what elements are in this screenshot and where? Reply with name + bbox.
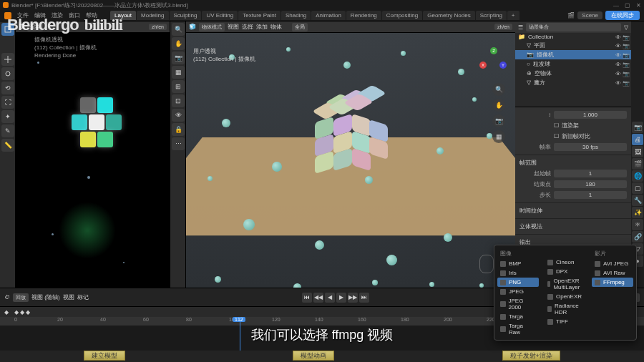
format-iris[interactable]: Iris xyxy=(497,268,539,278)
jump-end-icon[interactable]: ⏭ xyxy=(359,293,369,303)
camera-icon[interactable]: 📷 xyxy=(172,52,185,64)
render-tool-1[interactable] xyxy=(1,23,14,36)
close-button[interactable]: ✕ xyxy=(636,2,641,9)
format-openexr-multilayer[interactable]: OpenEXR MultiLayer xyxy=(545,276,586,292)
format-avi-jpeg[interactable]: AVI JPEG xyxy=(592,259,633,268)
workspace-tab-layout[interactable]: Layout xyxy=(110,11,136,20)
transform-tool-icon[interactable]: ✦ xyxy=(1,110,14,123)
format-avi-raw[interactable]: AVI Raw xyxy=(592,268,633,278)
outliner-search[interactable]: 场景集合 xyxy=(526,23,621,31)
nav-gizmo[interactable]: Z X Y xyxy=(479,47,508,76)
play-rev-icon[interactable]: ◀ xyxy=(325,293,335,303)
min-button[interactable]: — xyxy=(613,2,619,9)
toggle-icon[interactable]: ⊞ xyxy=(172,80,185,93)
render-viewport[interactable] xyxy=(16,33,170,288)
menu-window[interactable]: 窗口 xyxy=(69,11,80,19)
workspace-tab-geometry nodes[interactable]: Geometry Nodes xyxy=(423,11,474,20)
format-jpeg[interactable]: JPEG xyxy=(497,287,539,296)
viewport-3d[interactable]: 用户透视(112) Collection | 摄像机 Z X Y 🔍 ✋ 📷 ▦ xyxy=(186,33,515,288)
tab-viewlayer[interactable]: 🖼 xyxy=(632,146,643,157)
menu-help[interactable]: 帮助 xyxy=(86,11,97,19)
tree-item-摄像机[interactable]: 📷摄像机👁📷 xyxy=(515,50,631,59)
play-icon[interactable]: ▶ xyxy=(336,293,346,303)
scale-value[interactable]: 1.000 xyxy=(554,111,627,119)
vp-menu-object[interactable]: 物体 xyxy=(270,23,282,31)
format-tiff[interactable]: TIFF xyxy=(545,317,586,326)
workspace-tab-sculpting[interactable]: Sculpting xyxy=(170,11,202,20)
menu-render[interactable]: 渲染 xyxy=(52,11,63,19)
nav-pan-icon[interactable]: ✋ xyxy=(492,99,505,112)
outliner-icon[interactable]: ☰ xyxy=(518,24,523,31)
view-icon[interactable]: 👁 xyxy=(172,109,185,122)
tab-modifier[interactable]: 🔧 xyxy=(632,195,643,206)
tab-particle[interactable]: ✨ xyxy=(632,207,643,218)
ortho-icon[interactable]: ⊡ xyxy=(172,94,185,107)
annotate-tool-icon[interactable]: ✎ xyxy=(1,124,14,137)
mode-dropdown[interactable]: 物体模式 xyxy=(199,23,225,31)
lock-icon[interactable]: 🔒 xyxy=(172,123,185,136)
frame-step[interactable]: 1 xyxy=(554,191,627,199)
render-arch-check[interactable]: 渲染架 xyxy=(562,122,579,129)
tl-mk[interactable]: 视图 xyxy=(63,293,74,301)
vp-lang[interactable]: zh/en xyxy=(494,24,512,30)
vp-menu-view[interactable]: 视图 xyxy=(228,23,239,31)
editor-type-icon[interactable]: 🖼 xyxy=(19,24,24,30)
workspace-tab-+[interactable]: + xyxy=(507,11,519,20)
measure-tool-icon[interactable]: 📏 xyxy=(1,139,14,152)
scale-tool-icon[interactable]: ⛶ xyxy=(1,96,14,109)
format-bmp[interactable]: BMP xyxy=(497,259,539,268)
frame-start[interactable]: 1 xyxy=(554,170,627,177)
stereo-hdr[interactable]: 立体视法 xyxy=(519,221,627,232)
time-stretch-hdr[interactable]: 时间拉伸 xyxy=(519,205,627,216)
workspace-tab-shading[interactable]: Shading xyxy=(281,11,311,20)
global-dropdown[interactable]: 全局 xyxy=(292,23,308,31)
nav-camera-icon[interactable]: 📷 xyxy=(492,114,505,127)
format-png[interactable]: PNG xyxy=(497,278,539,287)
format-targa[interactable]: Targa xyxy=(497,312,539,321)
tab-scene[interactable]: 🎬 xyxy=(632,158,643,170)
workspace-tab-modeling[interactable]: Modeling xyxy=(137,11,168,20)
workspace-tab-texture paint[interactable]: Texture Paint xyxy=(238,11,280,20)
playhead[interactable]: 112 xyxy=(240,317,240,351)
nav-ortho-icon[interactable]: ▦ xyxy=(492,130,505,143)
tree-item-魔方[interactable]: ▽魔方👁📷 xyxy=(515,78,631,87)
tab-render[interactable]: 📷 xyxy=(632,122,643,133)
more-icon[interactable]: ⋯ xyxy=(172,137,185,150)
format-radiance-hdr[interactable]: Radiance HDR xyxy=(545,301,586,317)
move-tool-icon[interactable] xyxy=(1,53,14,66)
workspace-tab-rendering[interactable]: Rendering xyxy=(346,11,381,20)
rotate-tool-icon[interactable]: ⟲ xyxy=(1,82,14,94)
cloud-sync-button[interactable]: 在线同步 xyxy=(605,11,640,20)
tab-world[interactable]: 🌐 xyxy=(632,170,643,182)
tree-item-粒发球[interactable]: ○粒发球👁📷 xyxy=(515,59,631,69)
lang-btn[interactable]: zh/en xyxy=(149,24,167,30)
vp-menu-add[interactable]: 添加 xyxy=(256,23,268,31)
tree-item-空物体[interactable]: ⊕空物体👁📷 xyxy=(515,69,631,78)
tl-view[interactable]: 视图 (随轴) xyxy=(31,293,60,301)
select-tool-icon[interactable] xyxy=(1,67,14,80)
tree-item-平面[interactable]: ▽平面👁📷 xyxy=(515,41,631,50)
nav-zoom-icon[interactable]: 🔍 xyxy=(492,83,505,96)
format-targa-raw[interactable]: Targa Raw xyxy=(497,321,539,337)
timeline-editor-icon[interactable]: ⏱ xyxy=(4,294,10,300)
tab-constraint[interactable]: 🔗 xyxy=(632,231,643,243)
menu-edit[interactable]: 编辑 xyxy=(34,11,46,19)
format-openexr[interactable]: OpenEXR xyxy=(545,292,586,301)
tab-object[interactable]: ▢ xyxy=(632,182,643,194)
max-button[interactable]: ▢ xyxy=(625,2,630,9)
workspace-tab-compositing[interactable]: Compositing xyxy=(382,11,422,20)
format-ffmpeg[interactable]: FFmpeg xyxy=(592,278,633,287)
filter-icon[interactable]: ▽ xyxy=(624,24,628,31)
dope-icon[interactable]: ◆ xyxy=(4,309,9,315)
format-jpeg-2000[interactable]: JPEG 2000 xyxy=(497,296,539,312)
format-dpx[interactable]: DPX xyxy=(545,267,586,276)
tl-marker[interactable]: 标记 xyxy=(77,293,89,301)
workspace-tab-scripting[interactable]: Scripting xyxy=(476,11,507,20)
menu-file[interactable]: 文件 xyxy=(17,11,29,19)
vp-menu-select[interactable]: 选择 xyxy=(242,23,253,31)
workspace-tab-uv editing[interactable]: UV Editing xyxy=(202,11,238,20)
playback-dd[interactable]: 回放 xyxy=(13,293,29,302)
tab-output[interactable]: 🖨 xyxy=(632,134,643,145)
grid-icon[interactable]: ▦ xyxy=(172,66,185,79)
frame-end[interactable]: 180 xyxy=(554,180,627,188)
